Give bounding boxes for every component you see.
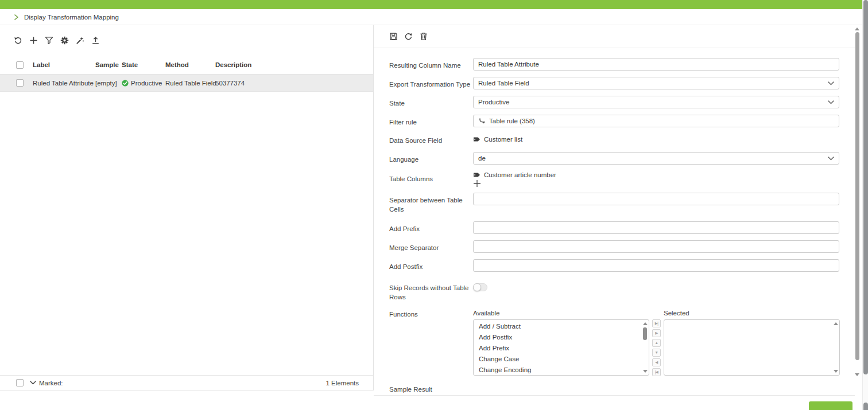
- move-all-right-button[interactable]: ▶|: [652, 319, 661, 327]
- move-up-button[interactable]: ▲: [652, 339, 661, 347]
- add-icon[interactable]: [29, 36, 38, 45]
- list-item[interactable]: Add Postfix: [474, 332, 649, 343]
- language-select[interactable]: de: [473, 152, 839, 165]
- detail-toolbar: [374, 25, 855, 48]
- available-list-label: Available: [473, 310, 499, 317]
- row-checkbox[interactable]: [16, 79, 24, 87]
- column-header-label[interactable]: Label: [33, 61, 95, 68]
- row-description: 50377374: [215, 80, 373, 87]
- chevron-right-icon[interactable]: [14, 14, 19, 20]
- scroll-thumb[interactable]: [643, 327, 647, 340]
- scroll-down-arrow[interactable]: [855, 373, 859, 376]
- list-item[interactable]: Add Prefix: [474, 343, 649, 354]
- field-label-sample-result: Sample Result: [389, 385, 474, 394]
- move-down-button[interactable]: ▼: [652, 349, 661, 357]
- field-label-state: State: [389, 96, 474, 108]
- select-all-checkbox[interactable]: [16, 61, 24, 69]
- table-columns-link[interactable]: Customer article number: [473, 171, 839, 178]
- table-header: Label Sample State Method Description: [0, 57, 373, 72]
- filter-rule-field[interactable]: Table rule (358): [473, 115, 839, 127]
- column-header-description[interactable]: Description: [215, 61, 373, 68]
- chevron-down-icon: [828, 100, 834, 104]
- marked-label[interactable]: Marked:: [39, 380, 63, 386]
- column-header-state[interactable]: State: [122, 61, 165, 68]
- list-scrollbar[interactable]: [641, 320, 649, 375]
- field-tag-icon: [473, 171, 480, 178]
- move-right-button[interactable]: ▶: [652, 329, 661, 337]
- field-label-add-postfix: Add Postfix: [389, 259, 474, 271]
- export-transformation-type-value: Ruled Table Field: [478, 80, 529, 87]
- transfer-buttons: ▶| ▶ ▲ ▼ ◀ |◀: [652, 319, 661, 376]
- row-state: Productive: [122, 80, 165, 87]
- export-icon[interactable]: [91, 36, 100, 45]
- column-header-sample[interactable]: Sample: [95, 61, 122, 68]
- table-row[interactable]: Ruled Table Attribute [empty] Productive…: [0, 74, 373, 92]
- column-header-method[interactable]: Method: [165, 61, 215, 68]
- add-postfix-input[interactable]: [473, 259, 839, 272]
- field-label-table-columns: Table Columns: [389, 171, 474, 183]
- filter-rule-value: Table rule (358): [489, 118, 535, 124]
- delete-icon[interactable]: [419, 32, 428, 41]
- row-state-text: Productive: [131, 80, 162, 87]
- scroll-thumb[interactable]: [855, 32, 859, 360]
- move-all-left-button[interactable]: |◀: [652, 368, 661, 376]
- state-select[interactable]: Productive: [473, 96, 839, 108]
- row-method: Ruled Table Field: [165, 80, 215, 87]
- settings-gear-icon[interactable]: [60, 36, 69, 45]
- list-item[interactable]: Change Case: [474, 354, 649, 365]
- table-columns-value: Customer article number: [484, 171, 556, 178]
- separator-between-table-cells-input[interactable]: [473, 193, 839, 205]
- top-accent-bar: [0, 0, 862, 9]
- skip-records-toggle[interactable]: [473, 283, 487, 291]
- export-transformation-type-select[interactable]: Ruled Table Field: [473, 77, 839, 89]
- list-scrollbar[interactable]: [832, 320, 839, 375]
- save-icon[interactable]: [389, 32, 398, 41]
- data-source-field-link[interactable]: Customer list: [473, 133, 839, 143]
- chevron-down-icon[interactable]: [30, 381, 36, 385]
- refresh-icon[interactable]: [404, 32, 413, 41]
- window-scrollbar[interactable]: [862, 0, 868, 410]
- app-window: Display Transformation Mapping: [0, 0, 868, 410]
- available-functions-list[interactable]: Add / Subtract Add Postfix Add Prefix Ch…: [473, 319, 649, 376]
- check-circle-icon: [122, 80, 129, 87]
- list-item[interactable]: Add / Subtract: [474, 321, 649, 332]
- field-label-export-transformation-type: Export Transformation Type: [389, 77, 474, 89]
- language-value: de: [478, 155, 486, 162]
- window-scroll-thumb-bottom[interactable]: [863, 403, 868, 410]
- scroll-up-arrow[interactable]: [834, 322, 838, 325]
- merge-separator-input[interactable]: [473, 240, 839, 253]
- magic-wand-icon[interactable]: [76, 36, 84, 45]
- field-label-resulting-column-name: Resulting Column Name: [389, 58, 474, 70]
- footer-checkbox[interactable]: [16, 379, 24, 386]
- add-table-column-icon[interactable]: [473, 179, 481, 188]
- detail-panel-scrollbar[interactable]: [854, 26, 860, 377]
- list-footer: Marked: 1 Elements: [0, 375, 373, 391]
- primary-action-button[interactable]: [809, 401, 852, 410]
- field-label-separator-between-table-cells: Separator between Table Cells: [389, 193, 474, 214]
- state-value: Productive: [478, 99, 509, 106]
- refresh-icon[interactable]: [14, 36, 22, 45]
- field-label-functions: Functions: [389, 310, 474, 319]
- elements-count: 1 Elements: [326, 380, 359, 386]
- field-label-data-source-field: Data Source Field: [389, 133, 474, 145]
- row-label: Ruled Table Attribute: [33, 80, 95, 87]
- add-prefix-input[interactable]: [473, 221, 839, 234]
- window-scroll-thumb[interactable]: [863, 0, 868, 374]
- move-left-button[interactable]: ◀: [652, 358, 661, 366]
- resulting-column-name-input[interactable]: [473, 58, 839, 71]
- row-sample: [empty]: [95, 80, 122, 87]
- scroll-down-arrow[interactable]: [643, 370, 648, 373]
- field-label-skip-records-without-table-rows: Skip Records without Table Rows: [389, 280, 474, 302]
- selected-functions-list[interactable]: [664, 319, 840, 376]
- filter-icon[interactable]: [45, 36, 53, 45]
- scroll-down-arrow[interactable]: [834, 370, 838, 373]
- scroll-up-arrow[interactable]: [643, 322, 648, 325]
- field-label-merge-separator: Merge Separator: [389, 240, 474, 252]
- field-tag-icon: [473, 136, 480, 143]
- chevron-down-icon: [828, 157, 834, 161]
- selected-list-label: Selected: [664, 310, 689, 317]
- list-item[interactable]: Change Encoding: [474, 365, 649, 376]
- page-title: Display Transformation Mapping: [24, 14, 119, 21]
- chevron-down-icon: [828, 81, 834, 85]
- scroll-up-arrow[interactable]: [855, 28, 859, 30]
